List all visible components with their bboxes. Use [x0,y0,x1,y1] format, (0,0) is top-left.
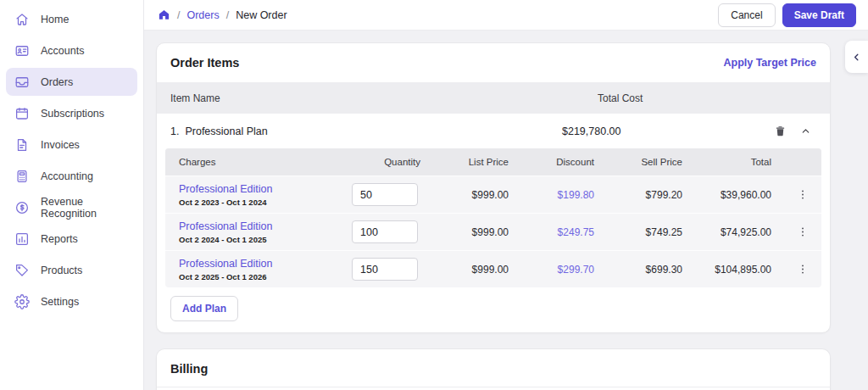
sidebar-item-label: Subscriptions [41,108,104,120]
chevron-up-icon [800,125,811,136]
charge-menu-button[interactable] [797,263,809,276]
charge-period: Oct 2 2025 - Oct 1 2026 [179,272,352,281]
calendar-icon [14,106,30,121]
kebab-icon [797,263,809,276]
breadcrumb-current: New Order [236,9,287,21]
discount-value[interactable]: $199.80 [521,189,607,201]
sidebar-item-label: Settings [41,296,79,308]
charge-name-link[interactable]: Professional Edition [179,258,352,270]
sell-price-value: $799.20 [607,189,695,201]
order-items-header: Order Items Apply Target Price [157,43,830,82]
charge-name-link[interactable]: Professional Edition [179,220,352,232]
charge-menu-button[interactable] [797,226,809,238]
add-plan-button[interactable]: Add Plan [170,296,238,321]
charges-table-header: Charges Quantity List Price Discount Sel… [165,148,821,176]
charge-period: Oct 2 2024 - Oct 1 2025 [179,235,352,244]
gear-icon [14,294,30,309]
list-price-value: $999.00 [433,264,521,276]
sell-price-value: $749.25 [607,226,695,238]
collapse-plan-button[interactable] [800,125,811,136]
breadcrumb-separator: / [177,9,180,21]
quantity-input[interactable] [352,258,418,281]
sidebar-item-revenue-recognition[interactable]: Revenue Recognition [6,193,137,221]
charge-row: Professional Edition Oct 2 2023 - Oct 1 … [165,176,821,213]
column-total: Total [695,157,784,167]
sidebar-item-accounts[interactable]: Accounts [6,36,137,64]
id-card-icon [14,43,30,58]
quantity-input[interactable] [352,183,418,206]
items-table-header: Item Name Total Cost [157,82,830,114]
calculator-icon [14,169,30,184]
charges-table: Charges Quantity List Price Discount Sel… [165,148,821,287]
column-item-name: Item Name [157,92,598,104]
plan-index: 1. [170,125,179,137]
sidebar-item-label: Accounts [41,45,84,57]
sidebar-item-label: Home [41,14,69,25]
cancel-button[interactable]: Cancel [718,3,775,27]
save-draft-button[interactable]: Save Draft [782,3,856,27]
discount-value[interactable]: $249.75 [521,226,607,238]
sidebar-item-accounting[interactable]: Accounting [6,162,137,190]
sidebar-item-label: Invoices [41,139,80,151]
collapse-panel-button[interactable] [845,41,868,73]
topbar: / Orders / New Order Cancel Save Draft [144,0,868,31]
sidebar-item-label: Orders [41,76,73,88]
total-value: $104,895.00 [695,264,784,276]
sidebar-item-settings[interactable]: Settings [6,287,137,315]
column-charges: Charges [165,157,352,167]
home-icon [14,12,30,27]
sidebar-item-reports[interactable]: Reports [6,225,137,253]
sidebar-item-products[interactable]: Products [6,256,137,284]
charge-row: Professional Edition Oct 2 2025 - Oct 1 … [165,250,821,287]
total-value: $39,960.00 [695,189,784,201]
content: Order Items Apply Target Price Item Name… [144,31,868,390]
plan-row: 1. Professional Plan $219,780.00 [157,114,830,148]
charge-period: Oct 2 2023 - Oct 1 2024 [179,198,352,207]
breadcrumb: / Orders / New Order [158,8,287,21]
column-discount: Discount [521,157,607,167]
sidebar: Home Accounts Orders Subscriptions Invoi… [0,0,144,390]
topbar-actions: Cancel Save Draft [718,3,856,27]
order-items-title: Order Items [170,56,239,70]
sidebar-item-label: Products [41,265,82,276]
sell-price-value: $699.30 [607,264,695,276]
sidebar-item-label: Reports [41,233,78,245]
dollar-circle-icon [14,200,30,215]
column-list-price: List Price [433,157,521,167]
bar-chart-icon [14,231,30,247]
discount-value[interactable]: $299.70 [521,264,607,276]
column-sell-price: Sell Price [607,157,695,167]
sidebar-item-invoices[interactable]: Invoices [6,131,137,159]
breadcrumb-link-orders[interactable]: Orders [186,9,219,21]
billing-card: Billing Billing Cycle Billing Cycle Star… [156,348,831,390]
breadcrumb-home-icon[interactable] [158,8,170,21]
kebab-icon [797,226,809,238]
sidebar-item-label: Revenue Recognition [41,196,129,220]
breadcrumb-separator: / [226,9,229,21]
charge-name-link[interactable]: Professional Edition [179,183,352,195]
quantity-input[interactable] [352,220,418,243]
charge-menu-button[interactable] [797,188,809,201]
apply-target-price-link[interactable]: Apply Target Price [723,57,816,69]
plan-total-cost: $219,780.00 [562,125,728,137]
charge-row: Professional Edition Oct 2 2024 - Oct 1 … [165,213,821,250]
sidebar-item-subscriptions[interactable]: Subscriptions [6,99,137,127]
list-price-value: $999.00 [433,226,521,238]
plan-name: Professional Plan [185,125,267,137]
order-items-card: Order Items Apply Target Price Item Name… [156,42,831,333]
sidebar-item-orders[interactable]: Orders [6,68,137,96]
column-quantity: Quantity [352,157,433,167]
chevron-left-icon [851,52,862,63]
add-plan-row: Add Plan [157,287,830,332]
trash-icon [774,125,787,137]
sidebar-item-label: Accounting [41,170,93,182]
total-value: $74,925.00 [695,226,784,238]
billing-title: Billing [170,362,816,376]
delete-plan-button[interactable] [774,125,787,137]
column-total-cost: Total Cost [598,92,728,104]
tag-icon [14,263,30,278]
kebab-icon [797,188,809,201]
main-area: / Orders / New Order Cancel Save Draft O… [144,0,868,390]
list-price-value: $999.00 [433,189,521,201]
sidebar-item-home[interactable]: Home [6,5,137,33]
